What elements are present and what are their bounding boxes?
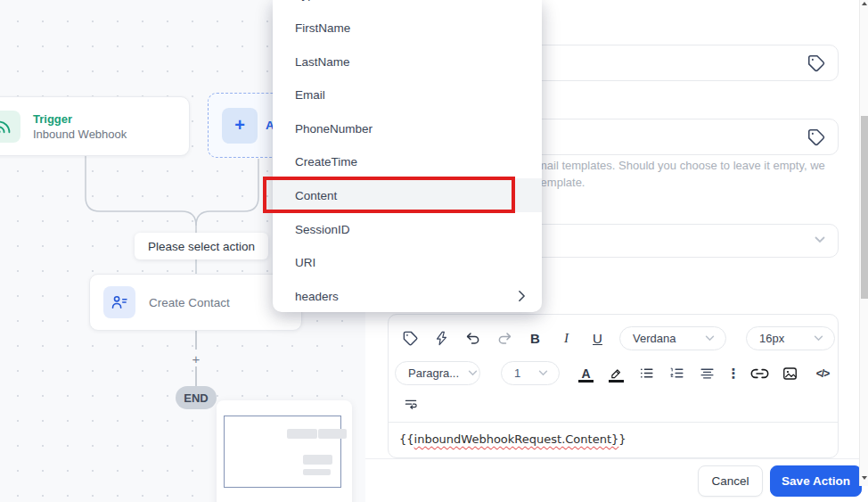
font-family-value: Verdana (633, 332, 676, 345)
trigger-node-subtitle: Inbound Webhook (33, 127, 127, 142)
dropdown-item-label: Email (295, 88, 325, 102)
dropdown-item-phonenumber[interactable]: PhoneNumber (273, 111, 542, 145)
save-action-button[interactable]: Save Action (770, 465, 862, 497)
dropdown-item-label: CreateTime (295, 155, 357, 169)
dropdown-item-label: FirstName (295, 21, 350, 35)
create-contact-node[interactable]: Create Contact (89, 274, 302, 331)
panel-scrollbar[interactable] (859, 0, 868, 486)
undo-icon[interactable] (463, 329, 482, 349)
minimap-bar (318, 429, 347, 439)
helper-text: mail templates. Should you choose to lea… (537, 157, 825, 191)
trigger-node-title: Trigger (33, 111, 127, 127)
select-action-placeholder-node[interactable]: Please select action (135, 233, 268, 259)
lightning-bolt-icon[interactable] (432, 329, 451, 349)
scrollbar-thumb[interactable] (861, 116, 868, 299)
cancel-button[interactable]: Cancel (698, 465, 763, 497)
code-view-icon[interactable]: </> (811, 364, 834, 383)
template-token-open: {{ (399, 432, 414, 446)
chevron-down-icon (529, 370, 548, 376)
dropdown-item-headers[interactable]: headers (273, 279, 542, 312)
dropdown-item-label: Type (295, 0, 321, 1)
trigger-node[interactable]: Trigger Inbound Webhook (0, 96, 190, 156)
merge-tag-icon[interactable] (807, 128, 826, 147)
font-size-select[interactable]: 16px (746, 326, 835, 350)
chevron-down-icon (815, 236, 825, 243)
dropdown-item-sessionid[interactable]: SessionID (273, 212, 542, 246)
connector-plus-icon[interactable]: + (189, 351, 203, 366)
scrollbar-up-arrow-icon[interactable] (862, 2, 867, 5)
italic-button[interactable]: I (557, 329, 576, 349)
dropdown-item-content[interactable]: Content (273, 178, 542, 212)
chevron-down-icon (696, 335, 715, 342)
align-center-icon[interactable] (698, 364, 717, 383)
minimap-viewport-frame (224, 416, 341, 488)
create-contact-label: Create Contact (149, 296, 230, 309)
editor-content-area[interactable]: {{inboundWebhookRequest.Content}} (389, 423, 838, 458)
chevron-right-icon (518, 290, 526, 302)
dropdown-item-firstname[interactable]: FirstName (273, 11, 542, 45)
rich-text-editor: B I U Verdana 16px Parag (388, 314, 839, 458)
helper-text-line2: template. (537, 174, 825, 191)
template-token-close: } (618, 432, 626, 446)
chevron-down-icon (805, 335, 823, 342)
dropdown-item-label: SessionID (295, 223, 350, 236)
helper-text-line1: mail templates. Should you choose to lea… (537, 157, 825, 174)
editor-toolbar-row1: B I U Verdana 16px (389, 315, 838, 350)
dropdown-item-label: URI (295, 256, 315, 269)
merge-tag-icon[interactable] (401, 329, 420, 349)
text-color-button[interactable]: A (577, 364, 595, 383)
template-token-flagged: inboundWebhookRequest.Content} (414, 432, 619, 446)
end-badge-label: END (184, 391, 208, 405)
paragraph-style-select[interactable]: Paragra... (395, 361, 480, 385)
webhook-signal-icon (0, 111, 20, 143)
contact-person-icon (103, 286, 135, 318)
chevron-down-icon (459, 370, 478, 376)
dropdown-item-type[interactable]: Type (273, 0, 542, 11)
dropdown-item-createtime[interactable]: CreateTime (273, 144, 542, 178)
save-action-button-label: Save Action (782, 474, 850, 488)
link-icon[interactable] (750, 364, 769, 383)
end-badge: END (176, 386, 217, 409)
workflow-builder-screen: Trigger Inbound Webhook + Add Please sel… (0, 0, 868, 502)
select-action-label: Please select action (148, 240, 255, 253)
minimap-bar (287, 429, 317, 439)
image-icon[interactable] (781, 364, 799, 383)
dropdown-item-email[interactable]: Email (273, 78, 542, 111)
minimap-preview-card[interactable] (217, 400, 352, 502)
highlight-color-bar (609, 380, 624, 383)
minimap-bar (303, 455, 332, 465)
dropdown-item-label: PhoneNumber (295, 122, 373, 136)
scrollbar-down-arrow-icon[interactable] (862, 476, 867, 480)
redo-icon[interactable] (495, 329, 513, 349)
paragraph-style-value: Paragra... (408, 366, 459, 380)
font-family-select[interactable]: Verdana (619, 326, 726, 350)
webhook-fields-dropdown: Type FirstName LastName Email PhoneNumbe… (273, 0, 542, 312)
editor-toolbar-row3 (389, 385, 838, 413)
underline-button[interactable]: U (588, 329, 607, 349)
dropdown-item-uri[interactable]: URI (273, 245, 542, 279)
wrap-text-icon[interactable] (401, 393, 420, 413)
heading-level-select[interactable]: 1 (501, 361, 560, 385)
heading-level-value: 1 (514, 366, 520, 380)
merge-tag-icon[interactable] (807, 53, 826, 73)
dropdown-item-label: LastName (295, 55, 350, 69)
bullet-list-icon[interactable] (637, 364, 656, 383)
dropdown-item-lastname[interactable]: LastName (273, 45, 542, 78)
font-size-value: 16px (759, 332, 784, 345)
dropdown-item-label: Content (295, 189, 337, 202)
plus-icon: + (222, 108, 258, 144)
footer-divider (365, 458, 868, 459)
dropdown-item-label: headers (295, 290, 339, 303)
numbered-list-icon[interactable] (667, 364, 686, 383)
editor-toolbar-row2: Paragra... 1 A (389, 350, 838, 385)
highlight-color-button[interactable] (607, 364, 626, 383)
text-color-bar (578, 380, 594, 383)
minimap-bar (303, 469, 331, 475)
bold-button[interactable]: B (526, 329, 545, 349)
cancel-button-label: Cancel (711, 474, 749, 488)
more-options-icon[interactable]: ⋮ (728, 364, 739, 383)
text-color-label: A (577, 366, 595, 381)
